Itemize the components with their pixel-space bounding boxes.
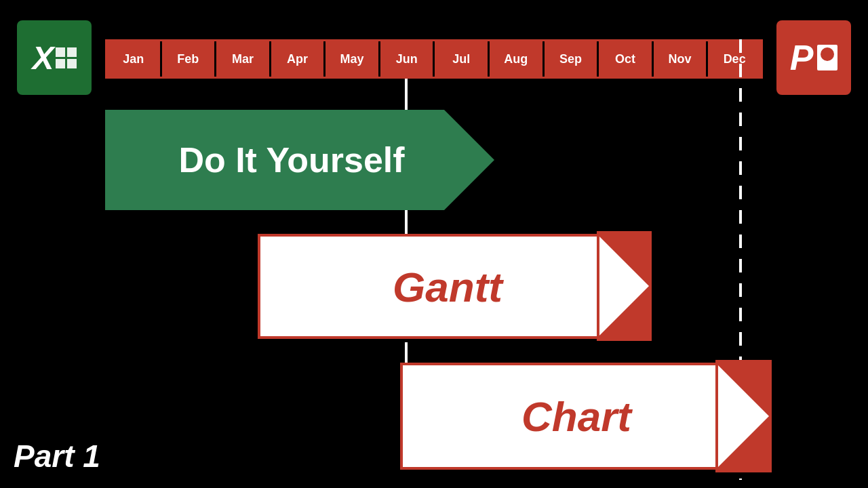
diy-arrow: Do It Yourself — [105, 110, 478, 210]
excel-grid — [56, 47, 77, 68]
powerpoint-icon: P — [776, 20, 851, 95]
excel-icon: X — [17, 20, 92, 95]
month-nov: Nov — [654, 41, 709, 77]
excel-letter: X — [32, 39, 54, 77]
month-aug: Aug — [490, 41, 545, 77]
diy-arrow-label: Do It Yourself — [129, 140, 454, 180]
gantt-arrow-label: Gantt — [393, 262, 502, 310]
ppt-letter: P — [790, 37, 814, 78]
month-jul: Jul — [435, 41, 490, 77]
gantt-arrow-point-inner — [599, 237, 649, 336]
part-label: Part 1 — [14, 438, 100, 474]
chart-arrow: Chart — [400, 363, 753, 470]
month-feb: Feb — [162, 41, 217, 77]
month-oct: Oct — [599, 41, 654, 77]
month-bar: Jan Feb Mar Apr May Jun Jul Aug Sep Oct … — [105, 39, 763, 79]
month-mar: Mar — [216, 41, 271, 77]
month-dec: Dec — [708, 41, 761, 77]
month-jan: Jan — [107, 41, 162, 77]
chart-arrow-point-inner — [718, 365, 769, 467]
ppt-slide-graphic — [817, 45, 837, 70]
month-jun: Jun — [380, 41, 435, 77]
gantt-arrow: Gantt — [258, 234, 637, 339]
month-may: May — [326, 41, 380, 77]
month-apr: Apr — [271, 41, 326, 77]
chart-arrow-label: Chart — [521, 392, 631, 441]
month-sep: Sep — [545, 41, 599, 77]
